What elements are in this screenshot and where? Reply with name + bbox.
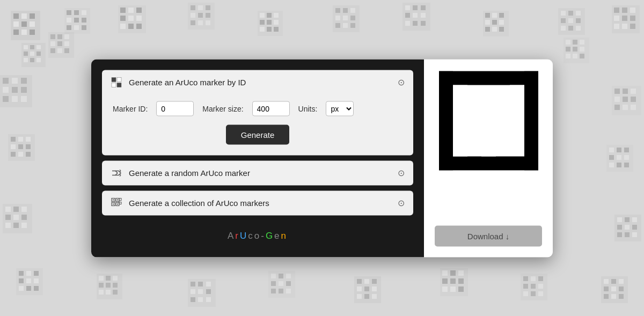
marker-size-input[interactable] bbox=[252, 101, 290, 116]
svg-rect-268 bbox=[625, 232, 630, 237]
svg-rect-291 bbox=[439, 157, 538, 171]
svg-rect-252 bbox=[623, 89, 628, 94]
svg-rect-33 bbox=[36, 45, 41, 49]
svg-rect-228 bbox=[573, 54, 577, 58]
svg-rect-103 bbox=[630, 8, 635, 13]
svg-rect-253 bbox=[631, 89, 636, 94]
bg-tile bbox=[0, 75, 32, 107]
svg-line-275 bbox=[120, 171, 121, 172]
svg-rect-303 bbox=[495, 128, 510, 143]
svg-rect-191 bbox=[11, 137, 16, 142]
svg-rect-187 bbox=[604, 294, 609, 299]
svg-rect-208 bbox=[617, 163, 621, 167]
svg-rect-123 bbox=[113, 276, 118, 281]
bg-tile bbox=[8, 134, 35, 161]
marker-id-input[interactable] bbox=[156, 101, 194, 116]
svg-rect-54 bbox=[260, 20, 265, 25]
svg-rect-148 bbox=[279, 289, 283, 293]
svg-rect-199 bbox=[26, 152, 31, 157]
svg-rect-143 bbox=[286, 274, 291, 278]
section-title-generate-by-id: Generate an ArUco marker by ID bbox=[129, 78, 246, 87]
svg-rect-266 bbox=[632, 225, 637, 230]
generate-button[interactable]: Generate bbox=[226, 124, 290, 144]
svg-rect-76 bbox=[421, 13, 426, 18]
svg-rect-269 bbox=[632, 232, 637, 237]
svg-rect-173 bbox=[538, 276, 543, 281]
svg-rect-231 bbox=[3, 78, 9, 84]
svg-rect-179 bbox=[538, 291, 543, 296]
svg-rect-141 bbox=[271, 274, 276, 278]
svg-rect-21 bbox=[120, 8, 126, 13]
svg-rect-168 bbox=[450, 286, 456, 292]
svg-rect-82 bbox=[492, 13, 497, 18]
svg-rect-273 bbox=[117, 83, 121, 87]
bg-tile bbox=[16, 268, 43, 295]
svg-rect-265 bbox=[625, 225, 630, 230]
svg-rect-144 bbox=[271, 281, 276, 286]
accordion-header-generate-by-id[interactable]: Generate an ArUco marker by ID ⊙ bbox=[102, 70, 413, 94]
svg-rect-272 bbox=[112, 83, 116, 87]
bg-tile bbox=[558, 8, 585, 35]
svg-rect-157 bbox=[357, 294, 362, 299]
svg-rect-59 bbox=[274, 27, 279, 32]
svg-rect-245 bbox=[13, 215, 19, 220]
accordion-header-collection[interactable]: Generate a collection of ArUco markers ⊙ bbox=[102, 190, 413, 215]
svg-rect-181 bbox=[604, 279, 609, 284]
svg-rect-205 bbox=[617, 155, 621, 160]
svg-rect-149 bbox=[286, 289, 291, 293]
marker-id-label: Marker ID: bbox=[113, 104, 148, 113]
svg-rect-158 bbox=[364, 294, 369, 299]
download-button[interactable]: Download ↓ bbox=[435, 225, 542, 246]
svg-rect-242 bbox=[13, 207, 19, 212]
svg-rect-244 bbox=[5, 215, 11, 220]
svg-rect-61 bbox=[335, 8, 340, 13]
svg-rect-162 bbox=[450, 270, 456, 276]
svg-rect-202 bbox=[617, 148, 621, 152]
svg-rect-84 bbox=[485, 20, 490, 25]
svg-rect-299 bbox=[467, 114, 482, 128]
svg-rect-227 bbox=[566, 54, 570, 58]
svg-rect-294 bbox=[453, 85, 467, 100]
svg-rect-102 bbox=[622, 8, 627, 13]
svg-rect-193 bbox=[26, 137, 31, 142]
svg-rect-285 bbox=[117, 203, 118, 204]
accordion-header-random[interactable]: Generate a random ArUco marker ⊙ bbox=[102, 160, 413, 185]
svg-rect-292 bbox=[439, 71, 453, 171]
svg-rect-34 bbox=[24, 52, 28, 56]
svg-rect-214 bbox=[50, 41, 55, 46]
svg-rect-137 bbox=[191, 297, 195, 302]
svg-rect-257 bbox=[614, 105, 620, 110]
svg-rect-92 bbox=[568, 11, 573, 16]
svg-rect-66 bbox=[350, 16, 355, 20]
units-select[interactable]: px mm cm in bbox=[326, 101, 354, 116]
svg-rect-55 bbox=[267, 20, 272, 25]
svg-rect-69 bbox=[350, 23, 355, 28]
svg-rect-128 bbox=[106, 290, 111, 295]
svg-rect-164 bbox=[442, 278, 448, 284]
svg-rect-119 bbox=[34, 286, 39, 291]
svg-rect-57 bbox=[260, 27, 265, 32]
svg-rect-46 bbox=[206, 13, 210, 18]
svg-rect-64 bbox=[335, 16, 340, 20]
svg-rect-223 bbox=[580, 40, 584, 45]
svg-rect-65 bbox=[343, 16, 348, 20]
svg-rect-147 bbox=[271, 289, 276, 293]
bg-tile bbox=[188, 279, 216, 307]
svg-rect-212 bbox=[57, 34, 62, 39]
svg-rect-35 bbox=[30, 52, 34, 56]
svg-rect-81 bbox=[485, 13, 490, 18]
bg-tile bbox=[268, 271, 295, 298]
svg-rect-98 bbox=[568, 26, 573, 31]
svg-rect-194 bbox=[11, 144, 16, 149]
svg-rect-236 bbox=[21, 87, 27, 93]
svg-rect-203 bbox=[624, 148, 629, 152]
bg-tile bbox=[612, 86, 641, 115]
svg-rect-287 bbox=[119, 202, 121, 204]
svg-rect-16 bbox=[82, 18, 86, 23]
svg-rect-133 bbox=[206, 282, 211, 286]
svg-rect-177 bbox=[523, 291, 528, 296]
collection-icon bbox=[111, 197, 122, 209]
svg-rect-238 bbox=[12, 96, 18, 102]
bg-tile bbox=[440, 268, 468, 296]
bg-tile bbox=[21, 43, 46, 67]
